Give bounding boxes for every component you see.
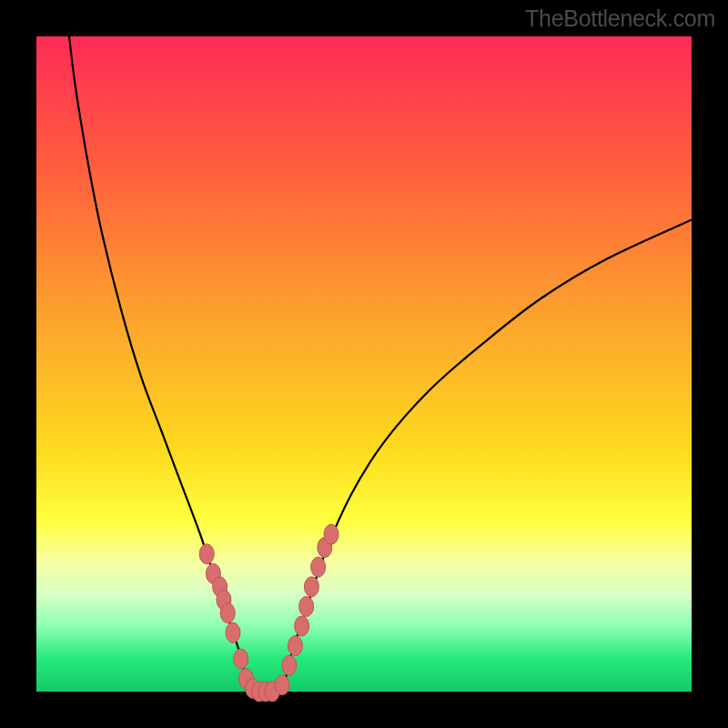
data-marker xyxy=(220,603,235,623)
data-marker xyxy=(226,622,240,642)
curve-right-branch xyxy=(278,220,692,692)
chart-stage: TheBottleneck.com xyxy=(0,0,728,728)
data-marker xyxy=(304,577,318,597)
data-marker xyxy=(311,557,326,577)
data-marker xyxy=(282,655,297,675)
data-marker xyxy=(288,636,302,656)
data-marker xyxy=(299,596,314,616)
data-marker xyxy=(234,649,248,669)
data-marker xyxy=(199,544,214,564)
data-marker xyxy=(275,675,289,695)
watermark-text: TheBottleneck.com xyxy=(525,5,715,32)
plot-svg xyxy=(36,36,692,692)
data-marker xyxy=(295,616,309,636)
data-marker xyxy=(324,524,339,544)
